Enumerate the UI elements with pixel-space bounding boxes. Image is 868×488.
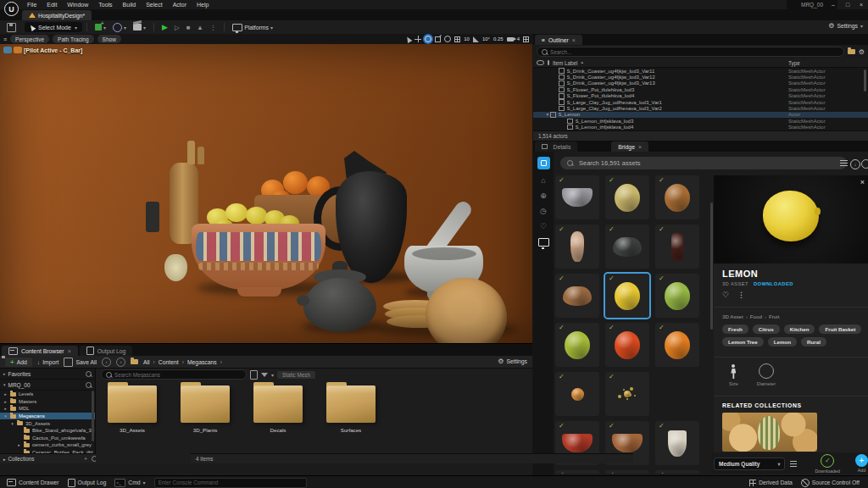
skip-button[interactable]: ▷ xyxy=(175,24,180,31)
asset-cell[interactable]: ✓ xyxy=(605,470,649,474)
tag[interactable]: Kitchen xyxy=(784,324,815,334)
cinematics-button[interactable]: ▾ xyxy=(133,24,146,30)
scale-tool-icon[interactable] xyxy=(435,36,441,42)
asset-cell[interactable]: ✓ xyxy=(655,470,699,474)
rotate-tool-icon[interactable] xyxy=(425,36,431,42)
tag[interactable]: Fresh xyxy=(722,324,748,334)
tag[interactable]: Lemon xyxy=(768,337,797,347)
bridge-search-input[interactable] xyxy=(577,158,840,168)
tab-content-browser[interactable]: Content Browser × xyxy=(2,346,78,356)
camera-pilot-icon[interactable] xyxy=(14,47,22,53)
bridge-grid-scrollbar[interactable] xyxy=(710,202,713,330)
add-actor-button[interactable]: ▾ xyxy=(95,24,106,30)
outliner-row[interactable]: ▾ S_Lemon Actor xyxy=(533,112,868,118)
rotation-snap-value[interactable]: 10° xyxy=(482,36,490,42)
search-icon[interactable] xyxy=(86,382,92,388)
folder-tile[interactable]: Decals xyxy=(247,385,309,433)
select-mode-dropdown[interactable]: Select Mode ▾ xyxy=(25,22,82,32)
globe-icon[interactable]: ⊕ xyxy=(540,192,547,200)
breadcrumb-item[interactable]: Megascans xyxy=(187,359,222,365)
favorites-heart-icon[interactable]: ♡ xyxy=(540,223,547,230)
output-log-button[interactable]: Output Log xyxy=(68,479,107,487)
asset-cell[interactable]: ✓ xyxy=(655,421,699,465)
home-icon[interactable]: ⌂ xyxy=(541,177,545,185)
quality-dropdown[interactable]: Medium Quality ▾ xyxy=(714,458,785,470)
scale-snap-value[interactable]: 0.25 xyxy=(493,36,504,42)
type-column[interactable]: Type xyxy=(788,60,865,66)
related-collection-thumbnail[interactable] xyxy=(722,413,817,452)
menu-item[interactable]: Tools xyxy=(93,2,117,8)
content-drawer-button[interactable]: Content Drawer xyxy=(7,479,59,486)
back-button[interactable]: ‹ xyxy=(102,358,111,367)
chevron-icon[interactable]: ▸ xyxy=(3,399,8,404)
chevron-icon[interactable]: ▸ xyxy=(3,406,8,411)
asset-preview[interactable]: × xyxy=(714,175,868,263)
tree-item[interactable]: ▸ MDL xyxy=(0,405,95,413)
chevron-icon[interactable]: ▾ xyxy=(10,421,14,426)
downloaded-indicator[interactable]: ✓ Downloaded xyxy=(815,454,840,474)
filter-icon[interactable] xyxy=(840,159,848,166)
play-options-kebab[interactable]: ⋮ xyxy=(210,24,217,31)
new-folder-icon[interactable] xyxy=(848,49,855,54)
rotation-snap-icon[interactable] xyxy=(473,36,479,42)
outliner-row[interactable]: S_Drink_Coaster_ug4fjkjw_lod3_Var11 Stat… xyxy=(533,68,868,74)
menu-item[interactable]: Actor xyxy=(168,2,192,8)
close-icon[interactable]: × xyxy=(638,144,642,150)
asset-cell[interactable]: ✓ xyxy=(605,175,649,219)
local-assets-icon[interactable] xyxy=(538,238,549,247)
download-settings-icon[interactable] xyxy=(790,460,796,467)
add-to-project-button[interactable]: + Add xyxy=(855,454,868,473)
grid-snap-icon[interactable] xyxy=(454,36,460,42)
derived-data-button[interactable]: Derived Data xyxy=(749,480,793,486)
outliner-row[interactable]: S_Large_Clay_Jug_udfhexava_lod3_Var2 Sta… xyxy=(533,105,868,111)
grid-snap-value[interactable]: 10 xyxy=(464,36,470,42)
asset-cell[interactable]: ✓ xyxy=(555,175,599,219)
viewport-settings-icon[interactable] xyxy=(523,36,529,42)
camera-speed-value[interactable]: 4 xyxy=(517,36,520,42)
visibility-column-icon[interactable] xyxy=(537,60,544,65)
chevron-icon[interactable]: ▸ xyxy=(3,391,8,396)
static-mesh-filter-badge[interactable]: Static Mesh xyxy=(277,371,315,379)
collections-section[interactable]: ▸ Collections + xyxy=(0,453,101,463)
asset-cell[interactable]: ✓ xyxy=(555,274,599,318)
console-command-input[interactable] xyxy=(154,478,307,488)
close-icon[interactable]: × xyxy=(572,37,576,43)
search-icon[interactable] xyxy=(86,371,92,377)
save-icon[interactable] xyxy=(7,23,16,32)
breadcrumb-item[interactable]: Content xyxy=(159,359,185,365)
world-space-icon[interactable] xyxy=(444,36,451,42)
eject-button[interactable]: ▲ xyxy=(197,24,203,31)
folder-tile[interactable]: Surfaces xyxy=(320,385,382,433)
forward-button[interactable]: › xyxy=(116,358,125,367)
tab-output-log[interactable]: Output Log xyxy=(80,346,133,356)
asset-cell[interactable]: ✓ xyxy=(655,175,699,219)
tree-item[interactable]: ▾ Megascans xyxy=(0,413,95,420)
move-tool-icon[interactable] xyxy=(415,36,421,42)
blueprints-button[interactable]: ▾ xyxy=(113,23,126,32)
folder-tile[interactable]: 3D_Assets xyxy=(101,385,164,433)
breadcrumb-item[interactable]: 3D Asset xyxy=(722,313,748,319)
tab-outliner[interactable]: ≡ Outliner × xyxy=(535,35,582,45)
asset-cell[interactable]: ✓ xyxy=(605,225,649,269)
breadcrumb-item[interactable]: Fruit xyxy=(769,313,779,319)
asset-cell[interactable]: ✓ xyxy=(555,372,599,416)
item-label-column[interactable]: Item Label ▲ xyxy=(553,60,785,66)
asset-search[interactable] xyxy=(101,369,247,380)
tag[interactable]: Lemon Tree xyxy=(722,337,764,347)
outliner-scrollbar[interactable] xyxy=(864,69,866,92)
play-button[interactable]: ▶ xyxy=(162,23,168,31)
tree-item[interactable]: ▾ 3D_Assets xyxy=(0,419,95,427)
menu-item[interactable]: Edit xyxy=(42,2,62,8)
eject-pilot-icon[interactable] xyxy=(3,47,12,53)
tree-item[interactable]: Cactus_Pot_umkwewfa xyxy=(0,435,95,442)
source-control-button[interactable]: Source Control Off xyxy=(801,479,860,487)
content-browser-settings[interactable]: ⚙ Settings xyxy=(498,358,527,365)
outliner-row[interactable]: S_Flower_Pot_tfulehkva_lod3 StaticMeshAc… xyxy=(533,86,868,92)
outliner-search[interactable] xyxy=(537,47,844,57)
list-view-icon[interactable] xyxy=(250,370,258,380)
asset-search-input[interactable] xyxy=(114,372,242,378)
outliner-row[interactable]: S_Lemon_thfjsklava_lod4 StaticMeshActor xyxy=(533,125,868,130)
project-tab[interactable]: HospitalityDesign* xyxy=(22,10,92,20)
chevron-icon[interactable]: ▾ xyxy=(3,413,8,419)
stop-button[interactable]: ■ xyxy=(186,24,191,31)
